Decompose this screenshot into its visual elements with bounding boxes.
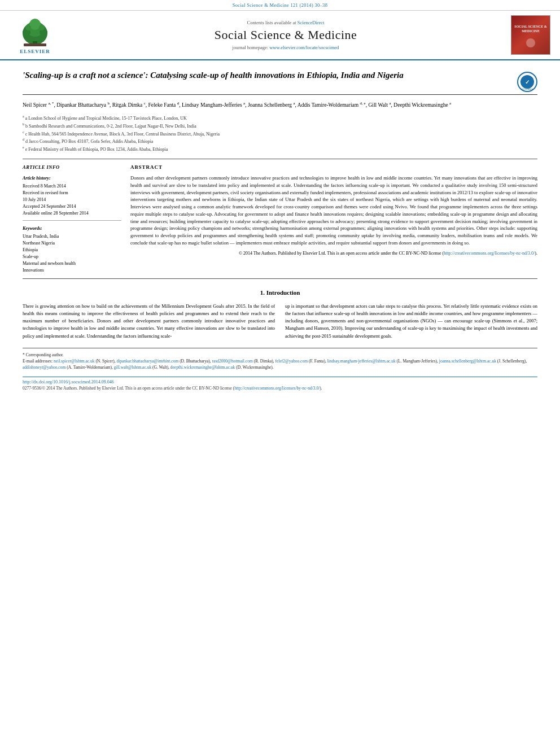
- keyword-4: Scale-up: [23, 254, 121, 260]
- introduction-section: 1. Introduction There is growing attenti…: [23, 288, 537, 339]
- cc-license-link[interactable]: http://creativecommons.org/licenses/by-n…: [444, 251, 535, 256]
- email-label: E-mail addresses:: [23, 359, 53, 364]
- email-dimka[interactable]: rasd2000@hotmail.com: [212, 359, 253, 364]
- article-history-title: Article history:: [23, 175, 121, 182]
- email-addresses: E-mail addresses: neil.spicer@lshtm.ac.u…: [23, 358, 537, 371]
- cover-text: SOCIAL SCIENCE & MEDICINE: [511, 23, 550, 36]
- article-body: ARTICLE INFO Article history: Received 8…: [23, 159, 537, 279]
- available-date: Available online 28 September 2014: [23, 210, 121, 217]
- email-schellenberg[interactable]: joanna.schellenberg@lshtm.ac.uk: [439, 359, 496, 364]
- svg-point-6: [25, 25, 31, 30]
- contents-line: Contents lists available at ScienceDirec…: [247, 20, 325, 25]
- footnotes-section: * Corresponding author. E-mail addresses…: [23, 348, 537, 371]
- journal-header: ELSEVIER Contents lists available at Sci…: [0, 11, 560, 60]
- svg-rect-9: [24, 43, 46, 46]
- affiliation-d: d d Jarco Consulting, PO Box 43107, Gofa…: [23, 137, 537, 145]
- article-title-section: 'Scaling-up is a craft not a science': C…: [23, 69, 537, 95]
- svg-point-3: [29, 19, 41, 30]
- intro-col-1: There is growing attention on how to bui…: [23, 303, 275, 340]
- journal-top-bar: Social Science & Medicine 121 (2014) 30–…: [0, 0, 560, 11]
- email-mangham[interactable]: lindsay.mangham-jefferies@lshtm.ac.uk: [327, 359, 396, 364]
- email-fanta[interactable]: felef2@yahoo.com: [275, 359, 308, 364]
- article-info-column: ARTICLE INFO Article history: Received 8…: [23, 164, 121, 274]
- affiliations-section: a a London School of Hygiene and Tropica…: [23, 114, 537, 152]
- revised-date: 10 July 2014: [23, 196, 121, 203]
- keywords-title: Keywords:: [23, 225, 121, 232]
- elsevier-logo-section: ELSEVIER: [7, 15, 63, 55]
- affiliation-a: a a London School of Hygiene and Tropica…: [23, 114, 537, 122]
- doi-link[interactable]: http://dx.doi.org/10.1016/j.socscimed.20…: [23, 379, 114, 385]
- article-info-heading: ARTICLE INFO: [23, 164, 121, 171]
- crossmark-icon: ✓ CrossMark: [517, 72, 537, 92]
- introduction-columns: There is growing attention on how to bui…: [23, 303, 537, 340]
- abstract-text: Donors and other development partners co…: [130, 174, 537, 247]
- bottom-bar: http://dx.doi.org/10.1016/j.socscimed.20…: [23, 377, 537, 393]
- issn-cc-link[interactable]: http://creativecommons.org/licenses/by-n…: [234, 386, 320, 391]
- sciencedirect-link[interactable]: ScienceDirect: [298, 20, 325, 25]
- homepage-url[interactable]: www.elsevier.com/locate/socscimed: [269, 45, 339, 50]
- journal-header-center: Contents lists available at ScienceDirec…: [69, 15, 502, 55]
- email-walt[interactable]: gill.walt@lshtm.ac.uk: [114, 365, 151, 370]
- journal-title: Social Science & Medicine: [215, 28, 357, 42]
- affiliation-e: e e Federal Ministry of Health of Ethiop…: [23, 145, 537, 153]
- journal-homepage: journal homepage: www.elsevier.com/locat…: [233, 45, 339, 50]
- article-title: 'Scaling-up is a craft not a science': C…: [23, 69, 517, 81]
- authors-text: Neil Spicer a, *, Dipankar Bhattacharya …: [23, 102, 451, 108]
- email-list: neil.spicer@lshtm.ac.uk (N. Spicer), dip…: [23, 359, 527, 370]
- issn-text: 0277-9536/© 2014 The Authors. Published …: [23, 386, 322, 391]
- copyright-line: © 2014 The Authors. Published by Elsevie…: [130, 250, 537, 257]
- accepted-date: Accepted 24 September 2014: [23, 203, 121, 210]
- keyword-2: Northeast Nigeria: [23, 240, 121, 247]
- svg-text:✓: ✓: [525, 79, 530, 85]
- abstract-column: ABSTRACT Donors and other development pa…: [130, 164, 537, 274]
- abstract-heading: ABSTRACT: [130, 164, 537, 172]
- cover-image: SOCIAL SCIENCE & MEDICINE: [511, 15, 550, 55]
- intro-col-2: up is important so that development acto…: [285, 303, 537, 340]
- cover-decoration: [526, 38, 535, 47]
- keyword-6: Innovations: [23, 267, 121, 274]
- svg-point-7: [39, 25, 45, 30]
- keyword-5: Maternal and newborn health: [23, 260, 121, 267]
- elsevier-text: ELSEVIER: [20, 49, 50, 54]
- keyword-3: Ethiopia: [23, 247, 121, 254]
- corresponding-author: * Corresponding author.: [23, 352, 537, 358]
- authors-section: Neil Spicer a, *, Dipankar Bhattacharya …: [23, 101, 537, 110]
- email-spicer[interactable]: neil.spicer@lshtm.ac.uk: [54, 359, 95, 364]
- main-content: 'Scaling-up is a craft not a science': C…: [0, 60, 560, 402]
- doi-line: http://dx.doi.org/10.1016/j.socscimed.20…: [23, 379, 537, 385]
- issn-line: 0277-9536/© 2014 The Authors. Published …: [23, 386, 537, 391]
- affiliation-c: c c Health Hub, 564/565 Independence Ave…: [23, 130, 537, 138]
- elsevier-logo: ELSEVIER: [18, 16, 52, 54]
- email-wickremasinghe[interactable]: deepthi.wickremasinghe@lshtm.ac.uk: [170, 365, 235, 370]
- affiliation-b: b b Sambodhi Research and Communications…: [23, 122, 537, 130]
- copyright-text: © 2014 The Authors. Published by Elsevie…: [239, 251, 537, 256]
- svg-text:CrossMark: CrossMark: [522, 88, 532, 90]
- journal-cover-thumbnail: SOCIAL SCIENCE & MEDICINE: [508, 15, 553, 55]
- journal-citation: Social Science & Medicine 121 (2014) 30–…: [233, 2, 327, 8]
- info-divider: [23, 220, 121, 221]
- introduction-heading: 1. Introduction: [23, 288, 537, 298]
- email-bhattacharya[interactable]: dipankar.bhattacharya@imrhint.com: [116, 359, 178, 364]
- elsevier-tree-icon: [18, 16, 52, 47]
- received-date: Received 8 March 2014: [23, 183, 121, 190]
- email-tamire[interactable]: addishoneyt@yahoo.com: [23, 365, 65, 370]
- keyword-1: Uttar Pradesh, India: [23, 233, 121, 240]
- received-revised-label: Received in revised form: [23, 190, 121, 196]
